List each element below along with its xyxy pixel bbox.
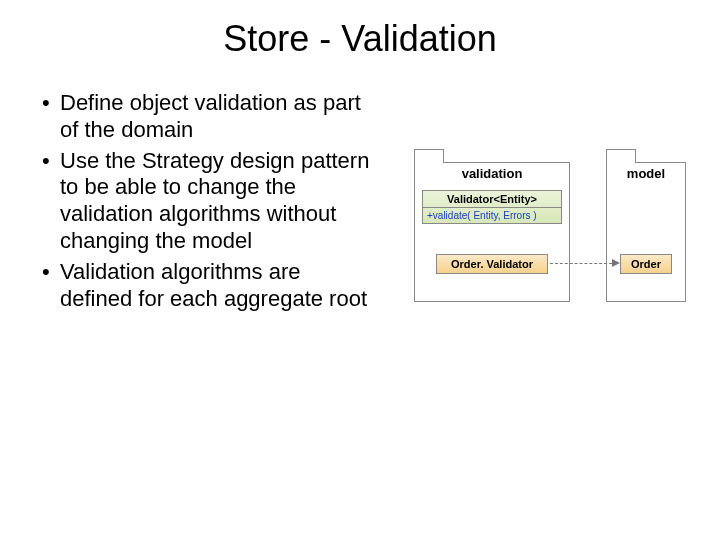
dependency-line <box>550 263 612 264</box>
package-label: model <box>607 163 685 185</box>
package-tab <box>414 149 444 163</box>
bullet-item: Use the Strategy design pattern to be ab… <box>42 148 372 255</box>
class-name: Order <box>621 255 671 273</box>
class-name: Order. Validator <box>437 255 547 273</box>
package-label: validation <box>415 163 569 185</box>
bullet-item: Define object validation as part of the … <box>42 90 372 144</box>
package-validation: validation <box>414 162 570 302</box>
uml-diagram: validation model Validator<Entity> +vali… <box>372 90 692 350</box>
class-order-validator: Order. Validator <box>436 254 548 274</box>
class-order: Order <box>620 254 672 274</box>
bullet-list: Define object validation as part of the … <box>42 90 372 350</box>
class-validator: Validator<Entity> +validate( Entity, Err… <box>422 190 562 224</box>
content-row: Define object validation as part of the … <box>0 90 720 350</box>
class-operation: +validate( Entity, Errors ) <box>423 208 561 223</box>
slide-title: Store - Validation <box>0 18 720 60</box>
package-model: model <box>606 162 686 302</box>
dependency-arrowhead <box>612 259 620 267</box>
class-name: Validator<Entity> <box>423 191 561 208</box>
package-tab <box>606 149 636 163</box>
bullet-item: Validation algorithms are defined for ea… <box>42 259 372 313</box>
